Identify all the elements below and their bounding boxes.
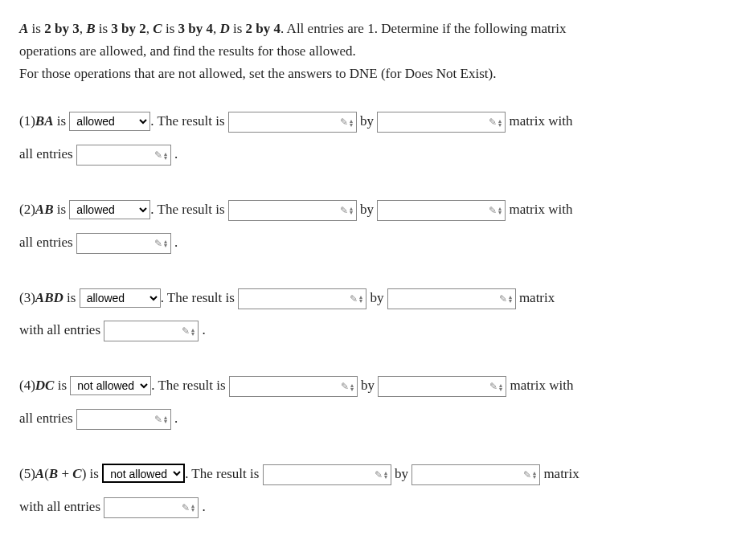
stepper-icon: ▴▾ bbox=[498, 206, 502, 215]
stepper-icon: ▴▾ bbox=[350, 382, 354, 390]
question-2: (2)AB is allowed not allowed . The resul… bbox=[19, 194, 718, 260]
matrix-A: A bbox=[19, 21, 28, 36]
question-1: (1)BA is allowed not allowed . The resul… bbox=[19, 105, 718, 171]
rows-input[interactable]: ✎▴▾ bbox=[228, 112, 357, 133]
question-number: (3) bbox=[19, 290, 35, 305]
cols-input[interactable]: ✎▴▾ bbox=[378, 376, 506, 397]
question-expr: ABD bbox=[35, 290, 63, 305]
cols-input[interactable]: ✎▴▾ bbox=[387, 288, 516, 309]
matrix-B: B bbox=[86, 21, 95, 36]
cols-input[interactable]: ✎▴▾ bbox=[377, 200, 506, 221]
pencil-icon: ✎ bbox=[350, 287, 358, 310]
entries-input[interactable]: ✎▴▾ bbox=[104, 497, 199, 518]
allowed-select[interactable]: allowed not allowed bbox=[69, 200, 150, 219]
question-expr: BA bbox=[35, 113, 54, 129]
stepper-icon: ▴▾ bbox=[164, 151, 167, 159]
problem-statement: A is 2 by 3, B is 3 by 2, C is 3 by 4, D… bbox=[19, 19, 718, 83]
pencil-icon: ✎ bbox=[154, 144, 162, 167]
question-3: (3)ABD is allowed not allowed . The resu… bbox=[19, 282, 718, 348]
rows-input[interactable]: ✎▴▾ bbox=[228, 200, 357, 221]
stepper-icon: ▴▾ bbox=[533, 471, 536, 479]
question-number: (4) bbox=[19, 378, 35, 393]
allowed-select[interactable]: allowed not allowed bbox=[80, 288, 161, 308]
question-expr: AB bbox=[35, 202, 54, 217]
stepper-icon: ▴▾ bbox=[498, 118, 502, 126]
stepper-icon: ▴▾ bbox=[509, 295, 512, 303]
pencil-icon: ✎ bbox=[523, 463, 531, 486]
rows-input[interactable]: ✎▴▾ bbox=[263, 464, 391, 485]
expr-C: C bbox=[72, 466, 81, 481]
pencil-icon: ✎ bbox=[489, 375, 497, 399]
pencil-icon: ✎ bbox=[341, 375, 349, 399]
stepper-icon: ▴▾ bbox=[191, 504, 194, 512]
stepper-icon: ▴▾ bbox=[359, 295, 362, 303]
question-number: (5) bbox=[19, 466, 35, 481]
stepper-icon: ▴▾ bbox=[499, 382, 502, 390]
question-number: (1) bbox=[19, 113, 35, 129]
pencil-icon: ✎ bbox=[489, 111, 497, 134]
rows-input[interactable]: ✎▴▾ bbox=[238, 288, 366, 309]
entries-input[interactable]: ✎▴▾ bbox=[76, 145, 171, 166]
matrix-D: D bbox=[219, 21, 229, 36]
pencil-icon: ✎ bbox=[340, 111, 348, 134]
statement-line-3: For those operations that are not allowe… bbox=[19, 64, 718, 84]
pencil-icon: ✎ bbox=[182, 496, 190, 519]
stepper-icon: ▴▾ bbox=[191, 327, 194, 335]
expr-A: A bbox=[35, 466, 44, 481]
allowed-select[interactable]: allowed not allowed bbox=[102, 464, 185, 483]
pencil-icon: ✎ bbox=[499, 287, 507, 310]
pencil-icon: ✎ bbox=[154, 231, 162, 255]
allowed-select[interactable]: allowed not allowed bbox=[69, 112, 150, 131]
cols-input[interactable]: ✎▴▾ bbox=[377, 112, 506, 133]
expr-B: B bbox=[49, 466, 58, 481]
question-5: (5)A(B + C) is allowed not allowed . The… bbox=[19, 458, 718, 524]
statement-line-1: A is 2 by 3, B is 3 by 2, C is 3 by 4, D… bbox=[19, 19, 718, 39]
entries-input[interactable]: ✎▴▾ bbox=[104, 321, 199, 341]
rows-input[interactable]: ✎▴▾ bbox=[229, 376, 358, 397]
pencil-icon: ✎ bbox=[154, 408, 162, 431]
stepper-icon: ▴▾ bbox=[164, 415, 167, 423]
entries-input[interactable]: ✎▴▾ bbox=[76, 233, 171, 254]
cols-input[interactable]: ✎▴▾ bbox=[411, 464, 540, 485]
entries-input[interactable]: ✎▴▾ bbox=[76, 409, 171, 430]
stepper-icon: ▴▾ bbox=[384, 471, 387, 479]
matrix-C: C bbox=[153, 21, 162, 36]
pencil-icon: ✎ bbox=[182, 320, 190, 343]
question-4: (4)DC is allowed not allowed . The resul… bbox=[19, 370, 718, 435]
allowed-select[interactable]: allowed not allowed bbox=[70, 376, 151, 395]
pencil-icon: ✎ bbox=[375, 463, 383, 486]
statement-line-2: operations are allowed, and find the res… bbox=[19, 42, 718, 61]
pencil-icon: ✎ bbox=[489, 199, 497, 223]
question-expr: DC bbox=[35, 378, 55, 393]
question-number: (2) bbox=[19, 202, 35, 217]
stepper-icon: ▴▾ bbox=[350, 206, 353, 215]
stepper-icon: ▴▾ bbox=[164, 239, 167, 247]
pencil-icon: ✎ bbox=[340, 199, 348, 223]
stepper-icon: ▴▾ bbox=[350, 118, 353, 126]
